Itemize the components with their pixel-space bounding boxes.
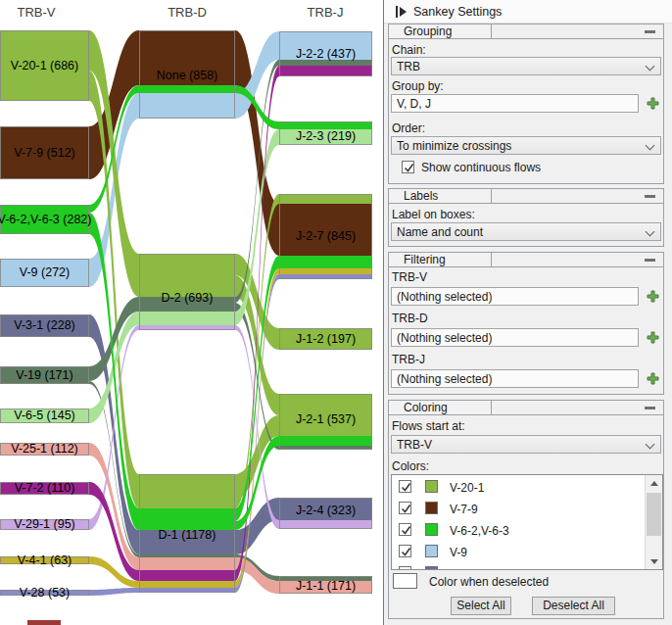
filtering-tab[interactable]: Filtering: [388, 252, 492, 267]
group-by-label: Group by:: [392, 79, 444, 93]
color-row[interactable]: V-6-2,V-6-3: [392, 520, 662, 542]
column-header-TRB-V: TRB-V: [18, 5, 56, 20]
add-group-icon[interactable]: [647, 97, 659, 110]
node-label-V-4-1: V-4-1 (63): [18, 553, 72, 567]
color-checkbox[interactable]: [399, 566, 411, 570]
filter-trbj-field[interactable]: (Nothing selected): [391, 369, 639, 388]
node-label-D-1: D-1 (1178): [159, 528, 216, 542]
node-label-V-29-1: V-29-1 (95): [14, 517, 75, 531]
color-checkbox[interactable]: [399, 480, 411, 493]
node-label-None: None (858): [157, 69, 218, 82]
sankey-settings-panel: Sankey Settings Grouping Chain: TRB Grou…: [383, 0, 672, 625]
node-label-J-2-1: J-2-1 (537): [296, 412, 356, 426]
colors-scrollbar[interactable]: [645, 475, 662, 569]
color-row-label: V-6-2,V-6-3: [450, 524, 509, 538]
chain-select[interactable]: TRB: [391, 57, 661, 75]
scroll-thumb[interactable]: [647, 493, 661, 536]
node-label-V-6-2,V-6-3: V-6-2,V-6-3 (282): [0, 213, 91, 226]
scroll-up-icon[interactable]: [646, 475, 662, 491]
scroll-down-icon[interactable]: [646, 553, 662, 569]
add-filter-icon[interactable]: [647, 290, 659, 303]
partial-node: [27, 620, 61, 625]
panel-header: Sankey Settings: [384, 0, 672, 24]
panel-title: Sankey Settings: [413, 5, 502, 19]
node-label-V-6-5: V-6-5 (145): [14, 409, 75, 422]
select-all-button[interactable]: Select All: [451, 597, 511, 615]
sankey-node-segment: [139, 85, 235, 93]
tab-divider: [492, 414, 664, 415]
filter-trbd-field[interactable]: (Nothing selected): [391, 328, 639, 347]
deselect-all-button[interactable]: Deselect All: [532, 597, 615, 615]
chevron-down-icon: [646, 141, 655, 151]
filtering-section: Filtering TRB-V (Nothing selected) TRB-D…: [388, 252, 664, 395]
order-select[interactable]: To minimize crossings: [391, 136, 661, 155]
color-checkbox[interactable]: [399, 545, 411, 557]
sankey-node-segment: [139, 508, 235, 530]
labels-tab[interactable]: Labels: [388, 188, 492, 204]
node-label-V-9: V-9 (272): [20, 265, 70, 279]
label-on-boxes-select[interactable]: Name and count: [391, 222, 661, 241]
color-swatch: [425, 566, 438, 570]
node-label-J-2-2: J-2-2 (437): [296, 47, 356, 61]
color-checkbox[interactable]: [399, 502, 411, 514]
collapse-panel-icon[interactable]: [396, 5, 409, 19]
node-label-J-2-7: J-2-7 (845): [296, 229, 356, 243]
collapse-section-icon[interactable]: [645, 259, 655, 262]
deselected-color-swatch[interactable]: [393, 573, 417, 589]
color-checkbox[interactable]: [399, 523, 411, 536]
coloring-section: Coloring Flows start at: TRB-V Colors: V…: [388, 400, 664, 619]
grouping-section: Grouping Chain: TRB Group by: V, D, J Or…: [388, 24, 664, 184]
sankey-node-segment: [139, 557, 235, 570]
color-row-partial[interactable]: [392, 563, 662, 570]
color-swatch: [425, 545, 438, 557]
chain-label: Chain:: [392, 43, 426, 57]
color-row-label: V-7-9: [450, 503, 478, 516]
add-filter-icon[interactable]: [647, 331, 659, 344]
sankey-node-segment: [279, 66, 372, 76]
tab-divider: [492, 38, 664, 39]
sankey-node-segment: [279, 520, 372, 529]
labels-section: Labels Label on boxes: Name and count: [388, 188, 664, 247]
flows-start-label: Flows start at:: [392, 419, 465, 433]
filter-trbd-label: TRB-D: [392, 312, 428, 325]
tab-divider: [492, 266, 664, 267]
node-label-V-7-2: V-7-2 (110): [15, 481, 75, 495]
flows-start-select[interactable]: TRB-V: [391, 435, 661, 454]
label-on-boxes-label: Label on boxes:: [392, 208, 475, 221]
collapse-section-icon[interactable]: [645, 195, 655, 198]
node-label-V-19: V-19 (171): [16, 368, 72, 382]
order-label: Order:: [392, 121, 425, 135]
column-header-TRB-J: TRB-J: [308, 5, 344, 20]
sankey-node-segment: [139, 581, 235, 588]
sankey-diagram: V-20-1 (686)V-7-9 (512)V-6-2,V-6-3 (282)…: [0, 0, 383, 625]
node-label-V-25-1: V-25-1 (112): [11, 442, 78, 456]
add-filter-icon[interactable]: [647, 372, 659, 385]
node-label-J-2-4: J-2-4 (323): [296, 504, 356, 517]
color-swatch: [425, 523, 438, 536]
chevron-down-icon: [646, 440, 655, 450]
sankey-node-segment: [139, 554, 235, 557]
filter-trbj-label: TRB-J: [392, 353, 425, 366]
collapse-section-icon[interactable]: [645, 30, 655, 33]
sankey-node-segment: [279, 268, 372, 274]
sankey-node-segment: [139, 570, 235, 581]
tab-divider: [492, 203, 664, 204]
sankey-node-segment: [139, 474, 235, 508]
color-swatch: [425, 502, 438, 514]
group-by-input[interactable]: V, D, J: [391, 94, 639, 113]
sankey-node-segment: [139, 93, 235, 119]
color-row[interactable]: V-7-9: [392, 499, 662, 520]
filter-trbv-field[interactable]: (Nothing selected): [391, 287, 639, 306]
sankey-node-segment: [279, 121, 372, 129]
sankey-node-segment: [279, 194, 372, 204]
continuous-flows-checkbox[interactable]: [402, 161, 414, 173]
node-label-V-3-1: V-3-1 (228): [14, 318, 75, 332]
grouping-tab[interactable]: Grouping: [388, 24, 492, 39]
colors-label: Colors:: [392, 459, 429, 473]
color-row[interactable]: V-20-1: [392, 477, 662, 499]
collapse-section-icon[interactable]: [645, 407, 655, 409]
coloring-tab[interactable]: Coloring: [388, 400, 492, 415]
filter-trbv-label: TRB-V: [392, 270, 427, 284]
colors-list: V-20-1 V-7-9 V-6-2,V-6-3 V-9: [391, 474, 663, 570]
color-row[interactable]: V-9: [392, 542, 662, 563]
